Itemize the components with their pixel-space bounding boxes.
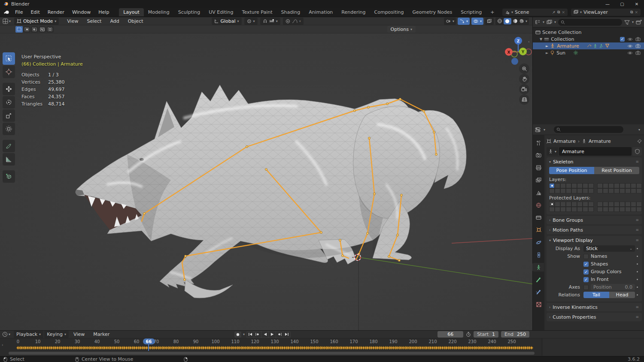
keyframe-strip[interactable]	[0, 345, 542, 351]
layer-cell[interactable]	[597, 188, 603, 193]
layer-cell[interactable]	[603, 188, 608, 193]
display-as-dropdown[interactable]: Stick⌄	[583, 245, 635, 252]
panel-grip-icon[interactable]: ≡	[635, 218, 639, 222]
names-checkbox[interactable]	[583, 254, 589, 259]
protected-grid-b[interactable]	[597, 202, 642, 212]
animate-dot[interactable]	[635, 279, 639, 280]
editor-type-icon[interactable]	[3, 18, 8, 24]
layer-cell[interactable]	[603, 207, 608, 212]
layer-cell[interactable]	[571, 188, 577, 193]
tab-bone-constraints[interactable]	[533, 288, 544, 296]
fake-user-toggle[interactable]	[632, 147, 642, 156]
menu-view[interactable]: View	[63, 18, 82, 25]
rendered-shading-icon[interactable]	[519, 18, 524, 24]
layer-cell[interactable]	[549, 183, 555, 188]
layer-cell[interactable]	[560, 188, 566, 193]
wireframe-shading-icon[interactable]	[497, 18, 502, 24]
layer-cell[interactable]	[588, 183, 594, 188]
panel-grip-icon[interactable]: ≡	[635, 238, 639, 242]
timeline-scrollbar[interactable]	[9, 352, 535, 355]
tool-annotate[interactable]	[3, 140, 15, 152]
tab-texture-paint[interactable]: Texture Paint	[238, 8, 277, 16]
layer-cell[interactable]	[555, 202, 560, 207]
layer-cell[interactable]	[577, 188, 583, 193]
jump-to-end-button[interactable]	[283, 332, 290, 338]
snap-toggle[interactable]: ▾	[260, 18, 280, 25]
eye-icon[interactable]	[627, 51, 633, 55]
layer-cell[interactable]	[631, 207, 636, 212]
in-front-checkbox[interactable]: ✓	[583, 277, 589, 282]
layer-cell[interactable]	[549, 207, 555, 212]
mode-dropdown[interactable]: Object Mode ▾	[14, 18, 59, 25]
menu-render[interactable]: Render	[44, 9, 68, 16]
layer-cell[interactable]	[549, 188, 555, 193]
playback-menu[interactable]: Playback▾	[14, 331, 43, 338]
tab-physics[interactable]	[533, 238, 544, 247]
breadcrumb-data[interactable]: Armature	[589, 139, 611, 144]
stopwatch-icon[interactable]	[466, 332, 471, 337]
layer-cell[interactable]	[614, 202, 620, 207]
tab-bone[interactable]	[533, 275, 544, 284]
copy-icon[interactable]: ⧉	[630, 10, 633, 15]
layer-cell[interactable]	[620, 207, 625, 212]
next-keyframe-button[interactable]	[276, 332, 283, 338]
layer-cell[interactable]	[588, 207, 594, 212]
tool-cursor[interactable]	[3, 66, 15, 78]
layer-cell[interactable]	[608, 188, 614, 193]
group-colors-checkbox[interactable]: ✓	[583, 269, 589, 275]
animate-dot[interactable]	[635, 294, 639, 296]
protected-grid-a[interactable]	[549, 202, 594, 212]
layer-cell[interactable]	[620, 202, 625, 207]
maximize-button[interactable]: ▢	[615, 0, 629, 8]
minimize-button[interactable]: —	[600, 0, 615, 8]
play-reverse-button[interactable]	[261, 332, 268, 338]
layer-cell[interactable]	[555, 183, 560, 188]
layer-cell[interactable]	[631, 202, 636, 207]
ortho-toggle-button[interactable]	[519, 94, 529, 105]
panel-grip-icon[interactable]: ≡	[635, 228, 639, 232]
shapes-checkbox[interactable]: ✓	[583, 262, 589, 267]
expand-arrow-icon[interactable]: ▼	[540, 37, 542, 41]
layer-cell[interactable]	[631, 183, 636, 188]
exclude-checkbox[interactable]: ✓	[620, 37, 625, 42]
panel-grip-icon[interactable]: ≡	[635, 315, 639, 319]
panel-grip-icon[interactable]: ≡	[635, 305, 639, 309]
panel-grip-icon[interactable]: ≡	[635, 160, 639, 164]
timeline-marker-menu[interactable]: Marker	[89, 331, 113, 338]
layer-cell[interactable]	[566, 202, 571, 207]
layer-cell[interactable]	[566, 207, 571, 212]
menu-select[interactable]: Select	[83, 18, 105, 25]
orbit-ball[interactable]	[511, 58, 518, 65]
new-collection-icon[interactable]	[636, 19, 642, 25]
layer-cell[interactable]	[597, 202, 603, 207]
current-frame-badge[interactable]: 66	[143, 338, 155, 344]
select-mode-set[interactable]	[15, 26, 23, 33]
layer-cell[interactable]	[614, 207, 620, 212]
layer-cell[interactable]	[566, 188, 571, 193]
layer-cell[interactable]	[636, 207, 642, 212]
axes-checkbox[interactable]	[583, 285, 589, 290]
show-gizmo-dropdown[interactable]: ▾	[444, 18, 456, 25]
solid-shading-active[interactable]	[504, 18, 511, 24]
display-mode-icon[interactable]	[535, 20, 541, 25]
layer-cell[interactable]	[603, 202, 608, 207]
tab-shading[interactable]: Shading	[277, 8, 305, 16]
copy-icon[interactable]: ⧉	[557, 10, 560, 15]
pin-icon[interactable]: 📌︎	[552, 10, 556, 15]
layer-cell[interactable]	[571, 207, 577, 212]
layer-cell[interactable]	[549, 202, 555, 207]
outliner-row-sun[interactable]: ► Sun	[533, 49, 644, 56]
skeleton-panel-header[interactable]: ▾ Skeleton ≡	[547, 157, 642, 166]
tab-rendering[interactable]: Rendering	[337, 8, 370, 16]
overlays-toggle[interactable]: ▾	[471, 18, 483, 25]
eye-icon[interactable]	[627, 44, 633, 48]
layer-cell[interactable]	[555, 207, 560, 212]
layer-cell[interactable]	[577, 183, 583, 188]
tool-scale[interactable]	[3, 109, 15, 122]
layer-cell[interactable]	[608, 202, 614, 207]
tab-animation[interactable]: Animation	[304, 8, 337, 16]
tool-rotate[interactable]	[3, 96, 15, 109]
layer-cell[interactable]	[625, 202, 631, 207]
data-block-type-dropdown[interactable]: ▾	[547, 147, 558, 156]
timeline-ruler-area[interactable]: › 01020304050607080901001101201301401501…	[0, 338, 542, 356]
